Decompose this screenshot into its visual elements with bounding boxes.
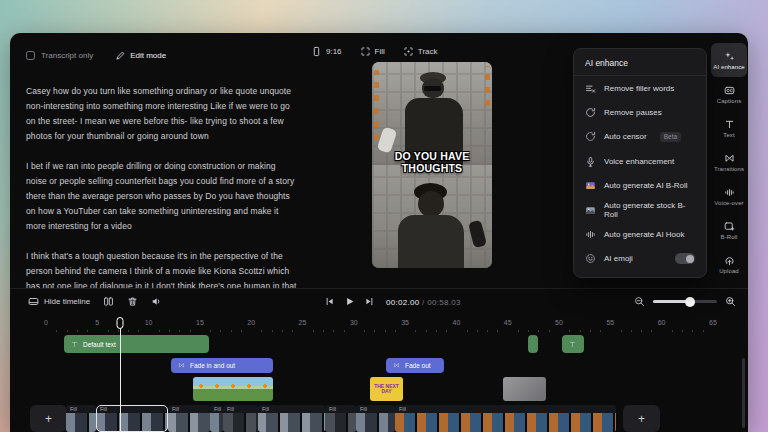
mute-button[interactable] (151, 296, 162, 307)
sidebar-item-b-roll[interactable]: B-Roll (711, 213, 747, 247)
delete-button[interactable] (127, 296, 138, 307)
film-clip-label: Fill (168, 405, 210, 413)
ai-item-voice-enhancement[interactable]: Voice enhancement (574, 149, 706, 173)
ai-item-label: Remove pauses (604, 108, 662, 117)
film-clip-selected[interactable]: Fill (96, 405, 168, 432)
sidebar-item-text[interactable]: Text (711, 111, 747, 145)
ai-item-auto-generate-ai-b-roll[interactable]: Auto generate AI B-Roll (574, 174, 706, 198)
ruler-tick (621, 330, 622, 332)
transcript-only-label: Transcript only (41, 51, 93, 60)
zoom-out-icon[interactable] (634, 296, 645, 307)
transcript-panel: Transcript only Edit mode Casey how do y… (10, 33, 305, 288)
film-clip[interactable]: Fill (258, 405, 325, 432)
voice-enhancement-icon (585, 156, 596, 167)
ruler-tick (292, 330, 293, 332)
ruler-number: 65 (709, 319, 717, 326)
film-clip[interactable]: Fill (325, 405, 356, 432)
clip-label: Default text (83, 341, 116, 348)
ruler-tick (538, 330, 539, 332)
ruler-tick (282, 330, 283, 332)
ruler-tick (518, 330, 519, 332)
broll-thumb-landscape[interactable] (193, 377, 273, 401)
ai-emoji-icon (585, 253, 596, 264)
ruler-tick (692, 330, 693, 332)
text-icon (569, 340, 576, 347)
ruler-tick (426, 330, 427, 332)
text-clip[interactable] (562, 335, 584, 353)
film-clip[interactable]: Fill (223, 405, 258, 432)
skip-back-button[interactable] (324, 296, 335, 307)
ai-item-remove-pauses[interactable]: Remove pauses (574, 100, 706, 124)
ai-item-ai-emoji[interactable]: AI emoji (574, 247, 706, 271)
ruler-tick (179, 330, 180, 332)
timeline-toolbar: Hide timeline 00:02.00 / 00:58.03 (10, 289, 748, 317)
aspect-ratio-icon (311, 46, 322, 57)
sidebar-item-upload[interactable]: Upload (711, 247, 747, 281)
sidebar-item-ai-enhance[interactable]: AI enhance (711, 43, 747, 77)
film-clip[interactable]: Fill (356, 405, 395, 432)
film-clip-frames (66, 413, 96, 432)
edit-mode-button[interactable]: Edit mode (115, 50, 166, 61)
sidebar-item-label: Text (723, 132, 734, 138)
ai-item-auto-generate-ai-hook[interactable]: Auto generate AI Hook (574, 222, 706, 246)
film-clip-label: Fill (395, 405, 616, 413)
track-button[interactable]: Track (399, 44, 442, 59)
sidebar-item-label: Upload (719, 268, 739, 274)
ruler-tick (590, 330, 591, 332)
ruler-tick (528, 330, 529, 332)
ruler-tick (415, 330, 416, 332)
sidebar-item-transitions[interactable]: Transitions (711, 145, 747, 179)
ruler-tick (333, 330, 334, 332)
transcript-paragraph[interactable]: I bet if we ran into people drilling or … (26, 159, 298, 234)
ai-emoji-toggle[interactable] (675, 253, 695, 264)
text-clip[interactable] (528, 335, 538, 353)
film-clip[interactable]: Fill (395, 405, 616, 432)
film-clip[interactable]: Fill (210, 405, 223, 432)
ruler-number: 0 (44, 319, 48, 326)
aspect-ratio-button[interactable]: 9:16 (307, 44, 346, 59)
playhead-handle[interactable] (117, 317, 124, 329)
ruler-tick (364, 330, 365, 332)
text-clip-default-text[interactable]: Default text (64, 335, 209, 353)
broll-thumb-gray[interactable] (503, 377, 546, 401)
transitions-icon (178, 362, 185, 369)
ai-item-auto-censor[interactable]: Auto censorBeta (574, 125, 706, 149)
transition-clip-fade-in-and-out[interactable]: Fade in and out (171, 358, 273, 373)
film-clip[interactable]: Fill (66, 405, 96, 432)
transcript-only-checkbox[interactable] (26, 51, 35, 60)
zoom-slider-thumb[interactable] (685, 297, 695, 307)
ruler-tick (108, 330, 109, 332)
skip-forward-button[interactable] (364, 296, 375, 307)
add-clip-button-right[interactable]: + (623, 405, 660, 432)
sidebar-item-captions[interactable]: Captions (711, 77, 747, 111)
fill-icon (360, 46, 371, 57)
ai-enhance-panel: AI enhance Remove filler wordsRemove pau… (573, 48, 707, 278)
broll-thumb-next-day[interactable]: THE NEXT DAY (370, 377, 403, 401)
tools-sidebar: AI enhanceCaptionsTextTransitionsVoice-o… (710, 33, 748, 288)
ai-item-label: Auto generate AI B-Roll (604, 181, 688, 190)
ruler-number: 40 (452, 319, 460, 326)
add-clip-button-left[interactable]: + (30, 405, 67, 432)
transition-clip-fade-out[interactable]: Fade out (386, 358, 444, 373)
ai-item-remove-filler-words[interactable]: Remove filler words (574, 76, 706, 100)
fill-button[interactable]: Fill (356, 44, 389, 59)
sidebar-item-voice-over[interactable]: Voice-over (711, 179, 747, 213)
track-button-label: Track (418, 47, 438, 56)
zoom-slider[interactable] (653, 300, 717, 303)
play-button[interactable] (344, 296, 355, 307)
video-preview[interactable]: DO YOU HAVE THOUGHTS (372, 62, 492, 268)
zoom-in-icon[interactable] (725, 296, 736, 307)
film-clip-frames (96, 413, 168, 432)
remove-filler-words-icon (585, 83, 596, 94)
caption-line-1: DO YOU HAVE (372, 150, 492, 162)
hide-timeline-label: Hide timeline (44, 297, 90, 306)
transcript-paragraph[interactable]: Casey how do you turn like something ord… (26, 84, 298, 144)
ai-item-auto-generate-stock-b-roll[interactable]: Auto generate stock B-Roll (574, 198, 706, 222)
track-icon (403, 46, 414, 57)
film-clip[interactable]: Fill (168, 405, 210, 432)
ruler-tick (446, 330, 447, 332)
hide-timeline-button[interactable]: Hide timeline (28, 296, 90, 307)
scrollbar[interactable] (742, 358, 745, 428)
layout-columns-button[interactable] (103, 296, 114, 307)
ai-enhance-icon (724, 51, 735, 62)
